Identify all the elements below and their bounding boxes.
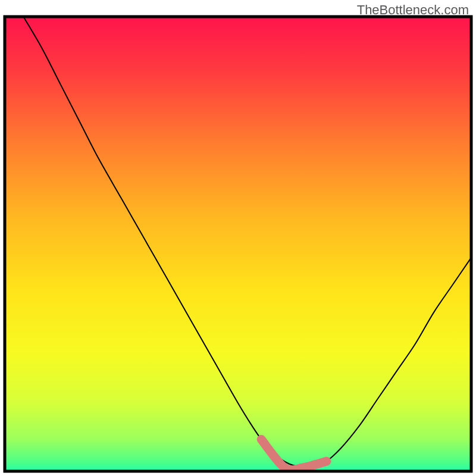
chart-container: TheBottleneck.com [0, 0, 476, 476]
watermark-text: TheBottleneck.com [357, 2, 469, 18]
bottleneck-chart [0, 0, 476, 476]
